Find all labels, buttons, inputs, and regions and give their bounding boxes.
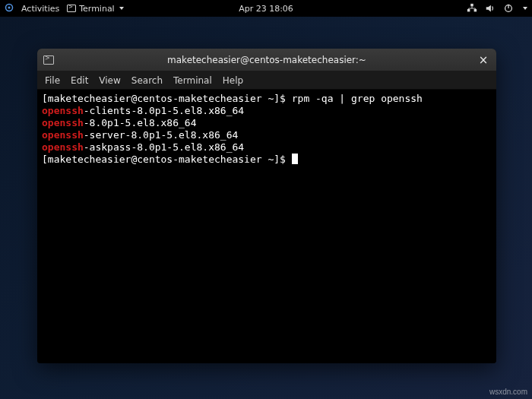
terminal-icon <box>67 5 76 12</box>
menu-view[interactable]: View <box>99 75 120 86</box>
menu-search[interactable]: Search <box>131 75 163 86</box>
power-icon[interactable] <box>503 3 514 14</box>
terminal-output[interactable]: [maketecheasier@centos-maketecheasier ~]… <box>37 90 496 363</box>
activities-button[interactable]: Activities <box>21 4 59 14</box>
chevron-down-icon[interactable] <box>523 7 527 10</box>
cursor <box>292 154 298 164</box>
chevron-down-icon <box>119 7 124 10</box>
clock[interactable]: Apr 23 18:06 <box>239 4 293 14</box>
app-menu[interactable]: Terminal <box>67 4 124 14</box>
terminal-icon <box>43 55 54 65</box>
output-line: -8.0p1-5.el8.x86_64 <box>84 117 197 128</box>
terminal-window: maketecheasier@centos-maketecheasier:~ ×… <box>37 49 496 363</box>
prompt: [maketecheasier@centos-maketecheasier ~]… <box>42 154 292 165</box>
gnome-topbar: Activities Terminal Apr 23 18:06 <box>0 0 532 17</box>
menu-edit[interactable]: Edit <box>71 75 88 86</box>
grep-match: openssh <box>42 141 84 153</box>
watermark: wsxdn.com <box>489 388 527 396</box>
grep-match: openssh <box>42 129 84 141</box>
app-menu-label: Terminal <box>79 4 115 14</box>
menu-terminal[interactable]: Terminal <box>173 75 212 86</box>
svg-point-1 <box>8 6 11 8</box>
network-icon[interactable] <box>467 3 477 14</box>
menu-help[interactable]: Help <box>223 75 243 86</box>
command-text: rpm -qa | grep openssh <box>292 93 423 104</box>
grep-match: openssh <box>42 117 84 128</box>
activities-icon[interactable] <box>5 3 14 14</box>
close-button[interactable]: × <box>477 53 490 67</box>
system-tray <box>467 3 527 14</box>
output-line: -clients-8.0p1-5.el8.x86_64 <box>84 105 244 116</box>
topbar-left: Activities Terminal <box>5 3 124 14</box>
menu-file[interactable]: File <box>45 75 60 86</box>
svg-rect-3 <box>467 9 470 12</box>
grep-match: openssh <box>42 105 84 116</box>
menubar: File Edit View Search Terminal Help <box>37 71 496 90</box>
titlebar[interactable]: maketecheasier@centos-maketecheasier:~ × <box>37 49 496 71</box>
volume-icon[interactable] <box>485 3 496 14</box>
window-title: maketecheasier@centos-maketecheasier:~ <box>167 55 366 65</box>
close-icon: × <box>479 53 489 67</box>
svg-rect-4 <box>474 9 477 12</box>
prompt: [maketecheasier@centos-maketecheasier ~]… <box>42 93 292 104</box>
svg-rect-2 <box>470 4 473 7</box>
output-line: -askpass-8.0p1-5.el8.x86_64 <box>84 141 244 153</box>
output-line: -server-8.0p1-5.el8.x86_64 <box>84 129 239 141</box>
